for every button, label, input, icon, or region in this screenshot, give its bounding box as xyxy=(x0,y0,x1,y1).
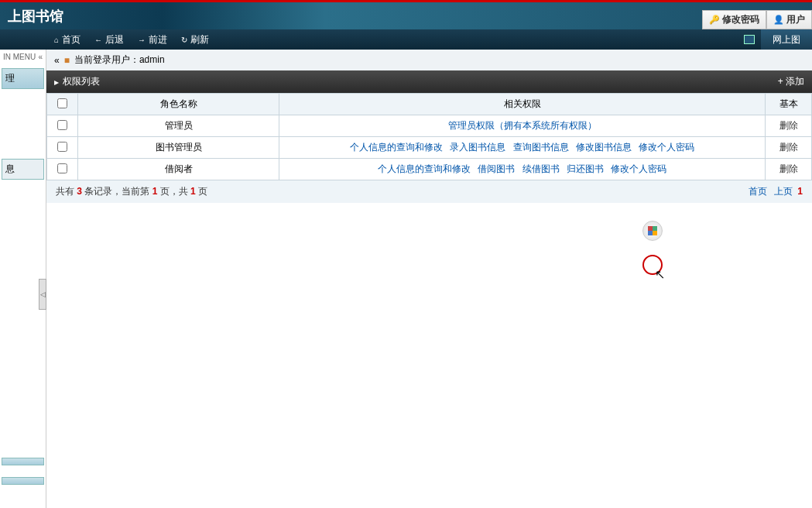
permission-link[interactable]: 修改图书信息 xyxy=(576,142,632,153)
windows-logo-icon[interactable] xyxy=(642,221,663,241)
delete-link[interactable]: 删除 xyxy=(779,163,798,174)
change-password-label: 修改密码 xyxy=(722,13,759,26)
nav-back[interactable]: ← 后退 xyxy=(94,33,124,46)
role-name-cell: 管理员 xyxy=(78,115,279,137)
pagination-bar: 共有 3 条记录，当前第 1 页，共 1 页 首页 上页 1 xyxy=(46,180,812,203)
nav-right-tab[interactable]: 网上图 xyxy=(761,29,812,50)
sidebar-item-2[interactable]: 息 xyxy=(2,159,44,180)
sidebar-item-1[interactable]: 理 xyxy=(2,68,44,89)
col-role-name: 角色名称 xyxy=(78,94,279,115)
permission-link[interactable]: 查询图书信息 xyxy=(513,142,569,153)
col-actions: 基本 xyxy=(766,94,812,115)
panel-title: 权限列表 xyxy=(63,75,100,88)
app-title: 上图书馆 xyxy=(8,7,63,26)
nav-forward[interactable]: → 前进 xyxy=(138,33,167,46)
nav-refresh[interactable]: ↻ 刷新 xyxy=(181,33,209,46)
pagination-links: 首页 上页 1 xyxy=(746,185,803,198)
pagination-info: 共有 3 条记录，当前第 1 页，共 1 页 xyxy=(56,185,207,198)
sidebar-bottom-1[interactable] xyxy=(2,458,44,465)
delete-link[interactable]: 删除 xyxy=(779,120,798,131)
delete-link[interactable]: 删除 xyxy=(779,142,798,153)
panel-header: ▸ 权限列表 + 添加 xyxy=(46,70,812,93)
table-row: 管理员管理员权限（拥有本系统所有权限） 删除 xyxy=(47,115,812,137)
permission-link[interactable]: 管理员权限（拥有本系统所有权限） xyxy=(448,120,597,131)
select-all-checkbox[interactable] xyxy=(57,98,67,108)
permission-link[interactable]: 归还图书 xyxy=(567,163,604,174)
monitor-icon[interactable] xyxy=(744,35,755,44)
permissions-cell: 个人信息的查询和修改 录入图书信息 查询图书信息 修改图书信息 修改个人密码 xyxy=(279,137,766,159)
permission-link[interactable]: 借阅图书 xyxy=(478,163,515,174)
loading-circle-icon: ↖ xyxy=(642,255,663,275)
nav-bar: ⌂ 首页 ← 后退 → 前进 ↻ 刷新 网上图 xyxy=(0,29,812,50)
role-name-cell: 借阅者 xyxy=(78,159,279,180)
collapse-toggle[interactable]: « xyxy=(54,55,60,66)
permissions-cell: 个人信息的查询和修改 借阅图书 续借图书 归还图书 修改个人密码 xyxy=(279,159,766,180)
home-icon: ⌂ xyxy=(54,36,59,44)
page-number: 1 xyxy=(797,186,803,197)
forward-arrow-icon: → xyxy=(138,36,146,44)
permission-link[interactable]: 个人信息的查询和修改 xyxy=(378,163,471,174)
user-button[interactable]: 👤 用户 xyxy=(766,10,812,29)
list-icon: ▸ xyxy=(54,77,59,88)
permission-link[interactable]: 修改个人密码 xyxy=(611,163,666,174)
row-checkbox[interactable] xyxy=(57,120,67,130)
permissions-cell: 管理员权限（拥有本系统所有权限） xyxy=(279,115,766,137)
bullet-icon: ■ xyxy=(64,55,70,66)
key-icon: 🔑 xyxy=(709,15,720,25)
row-checkbox[interactable] xyxy=(57,142,67,152)
sidebar-menu-label: IN MENU « xyxy=(0,50,46,64)
floating-icons: ↖ xyxy=(642,221,663,275)
user-label: 用户 xyxy=(786,13,805,26)
sidebar-bottom-2[interactable] xyxy=(2,477,44,485)
table-row: 借阅者个人信息的查询和修改 借阅图书 续借图书 归还图书 修改个人密码 删除 xyxy=(47,159,812,180)
collapse-icon[interactable]: « xyxy=(38,53,43,61)
page-first-link[interactable]: 首页 xyxy=(749,186,767,197)
permission-link[interactable]: 个人信息的查询和修改 xyxy=(350,142,443,153)
table-row: 图书管理员个人信息的查询和修改 录入图书信息 查询图书信息 修改图书信息 修改个… xyxy=(47,137,812,159)
col-permissions: 相关权限 xyxy=(279,94,766,115)
nav-home[interactable]: ⌂ 首页 xyxy=(54,33,81,46)
change-password-button[interactable]: 🔑 修改密码 xyxy=(702,10,766,29)
content-area: « ■ 当前登录用户：admin ▸ 权限列表 + 添加 角色名称 相关权限 基… xyxy=(46,50,812,508)
add-button[interactable]: + 添加 xyxy=(778,75,804,88)
cursor-arrow-icon: ↖ xyxy=(655,267,665,282)
sidebar-collapse-handle[interactable]: ◁ xyxy=(39,279,46,310)
permission-link[interactable]: 修改个人密码 xyxy=(639,142,694,153)
refresh-icon: ↻ xyxy=(181,36,187,44)
role-name-cell: 图书管理员 xyxy=(78,137,279,159)
permission-table: 角色名称 相关权限 基本 管理员管理员权限（拥有本系统所有权限） 删除图书管理员… xyxy=(46,93,812,180)
row-checkbox[interactable] xyxy=(57,163,67,173)
permission-link[interactable]: 续借图书 xyxy=(522,163,560,174)
current-user-label: 当前登录用户：admin xyxy=(74,53,165,67)
col-checkbox xyxy=(47,94,78,115)
permission-link[interactable]: 录入图书信息 xyxy=(450,142,505,153)
user-status-bar: « ■ 当前登录用户：admin xyxy=(46,50,812,70)
header-banner: 上图书馆 🔑 修改密码 👤 用户 xyxy=(0,2,812,29)
page-prev-link[interactable]: 上页 xyxy=(774,186,793,197)
back-arrow-icon: ← xyxy=(94,36,102,44)
sidebar: IN MENU « 理 息 ◁ xyxy=(0,50,46,508)
user-icon: 👤 xyxy=(773,15,784,25)
